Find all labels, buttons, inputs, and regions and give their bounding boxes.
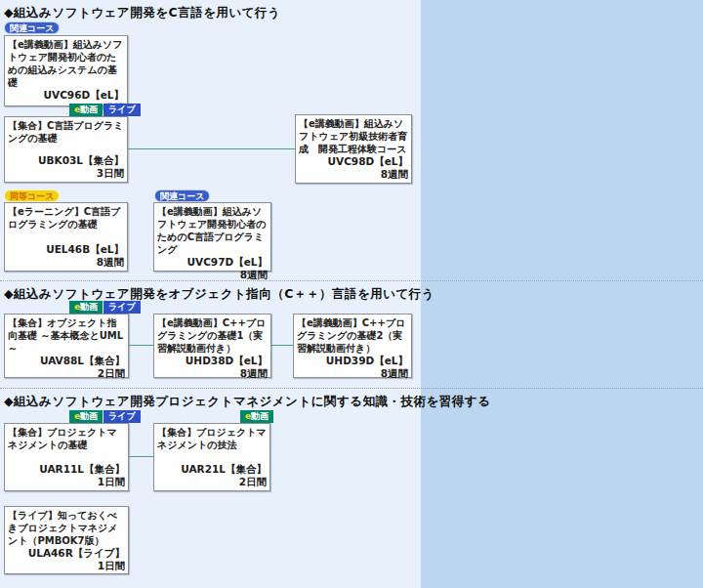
- course-duration: 1日間: [8, 560, 125, 572]
- course-code: UVC96D【eL】: [8, 89, 124, 102]
- connector-line: [271, 345, 293, 346]
- course-box-ula46r[interactable]: 【ライブ】知っておくべきプロジェクトマネジメント（PMBOK7版） ULA46R…: [4, 506, 129, 574]
- course-code: UAV88L【集合】: [8, 355, 125, 367]
- course-duration: 8週間: [299, 168, 408, 181]
- related-course-badge: 関連コース: [154, 189, 210, 202]
- course-box-uvc97d[interactable]: 【e講義動画】組込みソフトウェア開発初心者のためのC言語プログラミング UVC9…: [153, 202, 271, 272]
- live-badge: ライブ: [103, 301, 141, 314]
- evideo-badge: e動画: [69, 104, 103, 116]
- course-title: 【e講義動画】C++プログラミングの基礎1（実習解説動画付き）: [157, 316, 268, 355]
- badge-group-ubk03l: e動画 ライブ: [69, 104, 141, 116]
- course-box-uav88l[interactable]: 【集合】オブジェクト指向基礎 ～基本概念とUML～ UAV88L【集合】 2日間: [4, 314, 129, 378]
- related-course-badge: 関連コース: [4, 21, 60, 34]
- section-divider: [0, 388, 703, 389]
- course-code: UVC98D【eL】: [299, 155, 408, 168]
- evideo-badge-text: 動画: [80, 411, 98, 421]
- course-box-uar11l[interactable]: 【集合】プロジェクトマネジメントの基礎 UAR11L【集合】 1日間: [4, 423, 129, 491]
- course-code: UEL46B【eL】: [8, 243, 124, 256]
- live-badge: ライブ: [103, 104, 141, 116]
- course-title: 【集合】プロジェクトマネジメントの基礎: [8, 426, 125, 451]
- badge-group-uav88l: e動画 ライブ: [69, 301, 141, 314]
- course-title: 【e講義動画】組込みソフトウェア開発初心者のための組込みシステムの基礎: [8, 38, 124, 89]
- connector-line: [129, 456, 153, 457]
- course-title: 【e講義動画】組込みソフトウェア初級技術者育成 開発工程体験コース: [299, 117, 408, 155]
- course-box-uhd38d[interactable]: 【e講義動画】C++プログラミングの基礎1（実習解説動画付き） UHD38D【e…: [153, 314, 271, 378]
- course-title: 【eラーニング】C言語プログラミングの基礎: [8, 205, 124, 231]
- evideo-badge: e動画: [69, 301, 103, 314]
- live-badge: ライブ: [103, 410, 141, 423]
- evideo-badge-text: 動画: [251, 411, 269, 421]
- evideo-badge: e動画: [240, 410, 273, 423]
- course-title: 【集合】C言語プログラミングの基礎: [8, 119, 124, 145]
- course-box-uel46b[interactable]: 【eラーニング】C言語プログラミングの基礎 UEL46B【eL】 8週間: [4, 202, 128, 272]
- course-duration: 8週間: [157, 367, 268, 380]
- course-title: 【e講義動画】C++プログラミングの基礎2（実習解説動画付き）: [297, 316, 408, 355]
- right-background-panel: [421, 0, 703, 588]
- connector-line: [128, 148, 295, 149]
- course-box-uar21l[interactable]: 【集合】プロジェクトマネジメントの技法 UAR21L【集合】 2日間: [153, 423, 270, 491]
- course-title: 【集合】プロジェクトマネジメントの技法: [157, 426, 267, 451]
- course-box-uvc96d[interactable]: 【e講義動画】組込みソフトウェア開発初心者のための組込みシステムの基礎 UVC9…: [4, 35, 128, 106]
- course-title: 【ライブ】知っておくべきプロジェクトマネジメント（PMBOK7版）: [8, 509, 125, 547]
- course-title: 【e講義動画】組込みソフトウェア開発初心者のためのC言語プログラミング: [157, 205, 268, 256]
- course-code: UVC97D【eL】: [157, 256, 268, 269]
- badge-group-uel46b: 同等コース: [4, 189, 60, 202]
- course-code: UAR11L【集合】: [8, 463, 125, 476]
- course-code: UHD39D【eL】: [297, 355, 408, 367]
- evideo-badge-text: 動画: [80, 105, 98, 114]
- section-title-project-management: ◆組込みソフトウェア開発プロジェクトマネジメントに関する知識・技術を習得する: [4, 394, 490, 410]
- course-code: UHD38D【eL】: [157, 355, 268, 367]
- badge-group-uvc96d: 関連コース: [4, 21, 60, 34]
- course-duration: 8週間: [297, 367, 408, 380]
- badge-group-uar21l: e動画: [240, 410, 273, 423]
- course-title: 【集合】オブジェクト指向基礎 ～基本概念とUML～: [8, 316, 125, 355]
- equivalent-course-badge: 同等コース: [4, 189, 60, 202]
- course-box-uvc98d[interactable]: 【e講義動画】組込みソフトウェア初級技術者育成 開発工程体験コース UVC98D…: [295, 114, 412, 184]
- course-duration: 1日間: [8, 476, 125, 488]
- course-box-uhd39d[interactable]: 【e講義動画】C++プログラミングの基礎2（実習解説動画付き） UHD39D【e…: [293, 314, 412, 378]
- course-code: UBK03L【集合】: [8, 154, 124, 167]
- course-duration: 8週間: [8, 256, 124, 269]
- connector-line: [129, 345, 153, 346]
- course-duration: 3日間: [8, 167, 124, 180]
- course-box-ubk03l[interactable]: 【集合】C言語プログラミングの基礎 UBK03L【集合】 3日間: [4, 116, 128, 183]
- course-code: ULA46R【ライブ】: [8, 547, 125, 560]
- course-duration: 2日間: [157, 476, 267, 488]
- course-code: UAR21L【集合】: [157, 463, 267, 476]
- evideo-badge-text: 動画: [80, 302, 98, 312]
- badge-group-uvc97d: 関連コース: [154, 189, 210, 202]
- course-map-canvas: ◆組込みソフトウェア開発をC言語を用いて行う 関連コース 【e講義動画】組込みソ…: [0, 0, 703, 588]
- course-duration: 8週間: [157, 269, 268, 281]
- course-duration: 2日間: [8, 367, 125, 380]
- evideo-badge: e動画: [69, 410, 103, 423]
- section-divider: [0, 280, 703, 281]
- badge-group-uar11l: e動画 ライブ: [69, 410, 141, 423]
- section-title-c-language: ◆組込みソフトウェア開発をC言語を用いて行う: [4, 5, 280, 21]
